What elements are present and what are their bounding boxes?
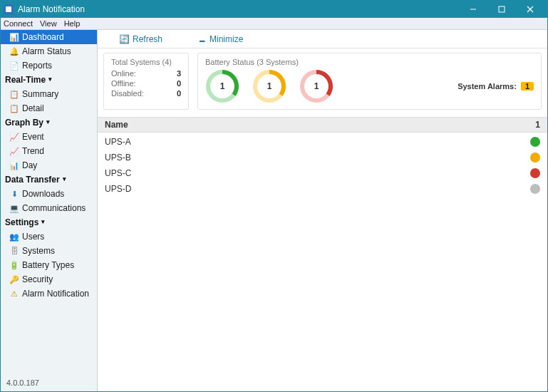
battery-types-icon: 🔋 bbox=[9, 261, 19, 270]
sidebar-item-day[interactable]: 📊Day bbox=[1, 158, 97, 172]
totals-row-value: 0 bbox=[177, 79, 181, 88]
system-row[interactable]: UPS-D bbox=[98, 181, 547, 197]
sidebar-item-label: Systems bbox=[22, 246, 55, 256]
caret-down-icon: ▾ bbox=[48, 76, 52, 83]
sidebar-header-real-time[interactable]: Real-Time▾ bbox=[1, 73, 97, 87]
minimize-icon: 🗕 bbox=[198, 34, 207, 44]
sidebar-item-trend[interactable]: 📈Trend bbox=[1, 144, 97, 158]
minimize-button[interactable]: 🗕 Minimize bbox=[198, 34, 243, 44]
menu-view[interactable]: View bbox=[40, 19, 57, 28]
sidebar-item-alarm-status[interactable]: 🔔Alarm Status bbox=[1, 44, 97, 58]
totals-row-label: Offline: bbox=[111, 79, 136, 88]
sidebar-item-label: Detail bbox=[22, 103, 44, 113]
column-status: 1 bbox=[535, 120, 540, 130]
title-bar: Alarm Notification bbox=[1, 1, 547, 18]
close-window-button[interactable] bbox=[516, 1, 544, 18]
sidebar-item-alarm-notification[interactable]: ⚠Alarm Notification bbox=[1, 287, 97, 301]
menu-bar: ConnectViewHelp bbox=[1, 18, 547, 30]
status-dot bbox=[530, 184, 540, 194]
list-header: Name 1 bbox=[98, 117, 547, 133]
system-row[interactable]: UPS-C bbox=[98, 165, 547, 181]
refresh-button[interactable]: 🔄 Refresh bbox=[119, 34, 162, 44]
system-name: UPS-B bbox=[105, 153, 131, 163]
caret-down-icon: ▾ bbox=[46, 118, 50, 125]
system-alarms-badge: 1 bbox=[521, 82, 534, 91]
sidebar-item-reports[interactable]: 📄Reports bbox=[1, 58, 97, 73]
sidebar-item-label: Communications bbox=[22, 203, 86, 213]
sidebar-header-settings[interactable]: Settings▾ bbox=[1, 215, 97, 229]
sidebar-item-users[interactable]: 👥Users bbox=[1, 229, 97, 244]
version-label: 4.0.0.187 bbox=[1, 374, 97, 391]
sidebar-item-summary[interactable]: 📋Summary bbox=[1, 87, 97, 101]
minimize-label: Minimize bbox=[210, 34, 243, 44]
column-name: Name bbox=[105, 120, 128, 130]
app-icon bbox=[4, 4, 14, 14]
sidebar-item-label: Dashboard bbox=[22, 32, 64, 42]
maximize-window-button[interactable] bbox=[487, 1, 516, 18]
sidebar-item-label: Alarm Status bbox=[22, 46, 71, 56]
total-systems-card: Total Systems (4) Online:3Offline:0Disab… bbox=[103, 53, 189, 110]
alarm-notification-icon: ⚠ bbox=[9, 289, 19, 299]
sidebar-item-label: Trend bbox=[22, 146, 44, 156]
reports-icon: 📄 bbox=[9, 61, 19, 71]
minimize-window-button[interactable] bbox=[459, 1, 487, 18]
sidebar-item-detail[interactable]: 📋Detail bbox=[1, 101, 97, 115]
communications-icon: 💻 bbox=[9, 204, 19, 213]
system-row[interactable]: UPS-B bbox=[98, 150, 547, 165]
menu-help[interactable]: Help bbox=[64, 19, 81, 28]
system-name: UPS-D bbox=[105, 184, 131, 194]
battery-donut-1: 1 bbox=[252, 69, 286, 103]
sidebar: 📊Dashboard🔔Alarm Status📄ReportsReal-Time… bbox=[1, 30, 98, 391]
battery-status-title: Battery Status (3 Systems) bbox=[205, 58, 534, 66]
totals-row-value: 3 bbox=[177, 69, 181, 78]
refresh-icon: 🔄 bbox=[119, 34, 130, 44]
sidebar-item-label: Summary bbox=[22, 89, 58, 99]
battery-donut-value: 1 bbox=[252, 69, 286, 103]
caret-down-icon: ▾ bbox=[41, 218, 45, 225]
sidebar-item-label: Alarm Notification bbox=[22, 289, 89, 299]
battery-donut-2: 1 bbox=[299, 69, 334, 103]
alarm-status-icon: 🔔 bbox=[9, 47, 19, 56]
sidebar-item-systems[interactable]: 🗄Systems bbox=[1, 244, 97, 258]
summary-cards: Total Systems (4) Online:3Offline:0Disab… bbox=[98, 48, 547, 117]
dashboard-icon: 📊 bbox=[9, 33, 19, 42]
sidebar-item-label: Event bbox=[22, 132, 44, 142]
system-alarms-label: System Alarms: bbox=[457, 82, 517, 91]
menu-connect[interactable]: Connect bbox=[4, 19, 33, 28]
trend-icon: 📈 bbox=[9, 147, 19, 156]
totals-row-value: 0 bbox=[177, 89, 181, 98]
users-icon: 👥 bbox=[9, 232, 19, 242]
battery-donut-value: 1 bbox=[299, 69, 334, 103]
caret-down-icon: ▾ bbox=[63, 175, 66, 182]
summary-icon: 📋 bbox=[9, 90, 19, 99]
totals-row-label: Disabled: bbox=[111, 89, 144, 98]
sidebar-item-downloads[interactable]: ⬇Downloads bbox=[1, 187, 97, 201]
sidebar-header-graph-by[interactable]: Graph By▾ bbox=[1, 115, 97, 130]
refresh-label: Refresh bbox=[133, 34, 162, 44]
sidebar-header-data-transfer[interactable]: Data Transfer▾ bbox=[1, 172, 97, 187]
status-dot bbox=[530, 137, 540, 147]
sidebar-item-battery-types[interactable]: 🔋Battery Types bbox=[1, 258, 97, 272]
system-row[interactable]: UPS-A bbox=[98, 134, 547, 150]
totals-row-label: Online: bbox=[111, 69, 136, 78]
sidebar-item-dashboard[interactable]: 📊Dashboard bbox=[1, 30, 97, 44]
status-dot bbox=[530, 153, 540, 163]
status-dot bbox=[530, 168, 540, 178]
sidebar-item-label: Reports bbox=[22, 61, 52, 71]
sidebar-item-security[interactable]: 🔑Security bbox=[1, 272, 97, 287]
sidebar-item-event[interactable]: 📈Event bbox=[1, 130, 97, 144]
totals-row: Disabled:0 bbox=[111, 89, 181, 98]
security-icon: 🔑 bbox=[9, 275, 19, 284]
content-area: 🔄 Refresh 🗕 Minimize Total Systems (4) O… bbox=[98, 30, 547, 391]
system-name: UPS-C bbox=[105, 168, 131, 178]
day-icon: 📊 bbox=[9, 161, 19, 170]
battery-status-card: Battery Status (3 Systems) 111 System Al… bbox=[197, 53, 542, 110]
detail-icon: 📋 bbox=[9, 104, 19, 113]
totals-row: Online:3 bbox=[111, 69, 181, 78]
sidebar-item-label: Users bbox=[22, 232, 44, 242]
window-title: Alarm Notification bbox=[18, 4, 85, 14]
sidebar-item-communications[interactable]: 💻Communications bbox=[1, 201, 97, 215]
sidebar-item-label: Downloads bbox=[22, 189, 64, 199]
toolbar: 🔄 Refresh 🗕 Minimize bbox=[98, 30, 547, 48]
systems-icon: 🗄 bbox=[9, 247, 19, 255]
